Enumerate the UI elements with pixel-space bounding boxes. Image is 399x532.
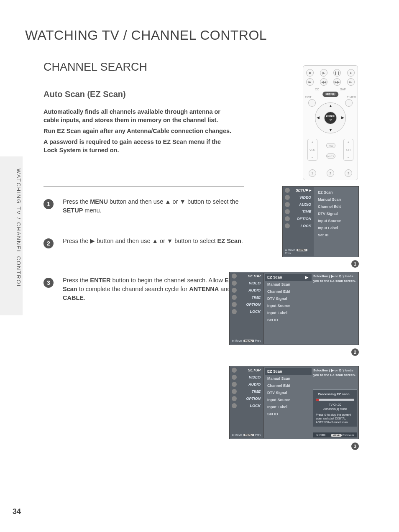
osd-tip: Selection ( ▶ or ⊙ ) leads you to the EZ… [313,368,357,377]
side-option: OPTION [230,395,263,402]
audio-icon [285,202,290,207]
ch-rocker: + CH – [343,139,353,161]
osd-sidebar: SETUP ▸ VIDEO AUDIO TIME OPTION LOCK ◈ M… [283,187,314,256]
list-manual: Manual Scan [265,375,312,382]
txt-bold: MENU [90,198,108,205]
scan-next: ⊙ Next [316,433,325,437]
list-setid: Set ID [265,411,312,418]
side-time: TIME [283,208,314,215]
lbl: Move [235,339,242,342]
setup-icon [232,368,237,373]
list-ezscan: EZ Scan▶ [265,274,312,281]
video-icon [285,195,290,200]
intro-text: Automatically finds all channels availab… [43,107,233,157]
side-time: TIME [230,388,263,395]
list-chedit: Channel Edit [265,382,312,389]
up-arrow-icon: ▲ [329,104,332,108]
step-2-text: Press the ▶ button and then use ▲ or ▼ b… [63,237,244,246]
num-1-button: 1 [309,169,316,177]
step-3: 3 Press the ENTER button to begin the ch… [43,276,244,302]
menu-pill: MENU [243,434,254,436]
step-1-text: Press the MENU button and then use ▲ or … [63,197,244,215]
lbl: SETUP [296,188,308,192]
page-number: 34 [13,507,21,516]
lbl: VIDEO [249,281,261,285]
dpad: ▲ ▼ ◀ ▶ ENTER ⊙ [315,102,346,133]
section-title: CHANNEL SEARCH [43,61,147,74]
cc-label: CC [315,88,319,91]
lbl: SETUP [248,368,261,372]
lbl: Prev [285,252,291,255]
right-arrow-icon: ▶ [305,274,308,281]
list-dtv: DTV Signal [265,389,312,396]
video-icon [232,281,237,286]
vol-label: VOL [309,148,315,151]
sap-label: SAP [340,88,346,91]
list-manual: Manual Scan [315,196,357,203]
progress-fill [316,399,319,401]
pause-icon: ❚❚ [333,69,341,77]
menu-pill: MENU [331,434,342,437]
intro-p2: Run EZ Scan again after any Antenna/Cabl… [43,127,233,135]
num-3-button: 3 [345,169,352,177]
lbl: AUDIO [248,288,261,292]
list-label: Input Label [265,309,312,317]
panel-badge-3: 3 [351,442,359,450]
lbl: Prev [255,433,261,436]
list-setid: Set ID [315,232,357,239]
option-icon [232,302,237,307]
stop-icon: ■ [306,69,314,77]
scan-prev: MENU Previous [331,434,354,437]
osd-footer: ◈ Move MENU Prev [232,339,261,343]
side-lock: LOCK [283,223,314,230]
num-2-button: 2 [327,169,334,177]
remote-num-row: 1 2 3 [303,169,358,177]
txt: Press the ▶ button and then use ▲ or ▼ b… [63,238,217,244]
step-2: 2 Press the ▶ button and then use ▲ or ▼… [43,237,244,246]
step-3-badge: 3 [43,278,54,288]
fav-button: FAV [326,143,335,148]
minus-icon: – [348,156,349,159]
txt-bold: CABLE [63,294,84,301]
minus-icon: – [312,156,313,159]
osd-list: EZ Scan Manual Scan Channel Edit DTV Sig… [315,189,357,239]
setup-icon [232,274,237,279]
panel-badge-1: 1 [351,260,359,268]
txt: . [84,294,85,301]
osd-sidebar: SETUP VIDEO AUDIO TIME OPTION LOCK ◈ Mov… [230,273,263,344]
step-1-badge: 1 [43,199,54,209]
lbl: SETUP [248,274,261,278]
lbl: OPTION [246,302,261,307]
txt: button to begin the channel search. Allo… [110,277,224,284]
osd-list: EZ Scan▶ Manual Scan Channel Edit DTV Si… [265,274,312,324]
osd-footer: ◈ Move MENU Prev [232,433,261,437]
txt: menu. [83,207,101,214]
side-lock: LOCK [230,402,263,409]
remote-row-1: ■ ▶ ❚❚ ● [303,69,358,77]
vol-rocker: + VOL – [307,139,317,161]
list-input: Input Source [315,217,357,225]
osd-panel-2: SETUP VIDEO AUDIO TIME OPTION LOCK ◈ Mov… [229,272,359,345]
list-dtv: DTV Signal [315,210,357,217]
play-icon: ▶ [320,69,327,77]
lbl: VIDEO [299,195,311,200]
txt-bold: SETUP [63,207,83,214]
list-ezscan: EZ Scan [265,368,312,375]
list-input: Input Source [265,302,312,309]
list-label: Input Label [315,225,357,232]
time-icon [232,389,237,394]
intro-p1: Automatically finds all channels availab… [43,107,233,124]
osd-sidebar: SETUP VIDEO AUDIO TIME OPTION LOCK ◈ Mov… [230,367,263,438]
step-3-text: Press the ENTER button to begin the chan… [63,276,244,302]
osd-footer: ◈ Move MENU Prev [285,248,314,255]
lbl: VIDEO [249,375,261,379]
side-tab-text: WATCHING TV / CHANNEL CONTROL [15,169,22,289]
divider [43,187,244,187]
side-option: OPTION [283,215,314,223]
scan-title: Processing EZ scan... [316,392,354,396]
osd-tip: Selection ( ▶ or ⊙ ) leads you to the EZ… [313,274,357,283]
txt-bold: EZ Scan [217,238,241,244]
list-dtv: DTV Signal [265,295,312,302]
txt: button and then use ▲ or ▼ button to sel… [108,198,238,205]
txt-bold: ENTER [90,277,110,284]
